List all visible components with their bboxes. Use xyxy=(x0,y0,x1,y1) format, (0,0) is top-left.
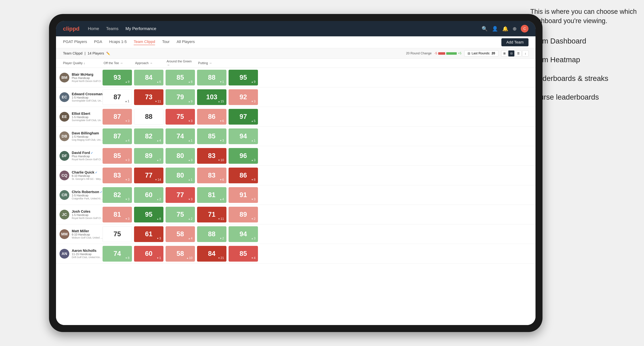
score-cell[interactable]: 74▼8 xyxy=(102,246,132,262)
verified-icon: ✓ xyxy=(91,152,93,155)
nav-link-my-performance[interactable]: My Performance xyxy=(126,26,156,31)
score-change: ▲4 xyxy=(125,139,130,142)
search-icon[interactable]: 🔍 xyxy=(482,26,488,32)
view-download-button[interactable]: ↓ xyxy=(522,50,528,57)
score-cell[interactable]: 84▲6 xyxy=(134,70,164,85)
player-details: David Ford✓Plus HandicapRoyal North Devo… xyxy=(72,151,103,161)
score-cell[interactable]: 85▼3 xyxy=(197,128,226,144)
player-info[interactable]: JCJosh Coles1-5 HandicapRoyal North Devo… xyxy=(56,209,102,219)
score-cell[interactable]: 86▼6 xyxy=(197,109,226,125)
score-cell[interactable]: 79▲9 xyxy=(166,89,195,105)
nav-link-home[interactable]: Home xyxy=(88,26,99,31)
score-cell[interactable]: 74▲1 xyxy=(166,128,195,144)
score-cell[interactable]: 73▼11 xyxy=(134,89,164,105)
player-info[interactable]: CQCharlie Quick✓6-10 HandicapSt. George'… xyxy=(56,170,102,180)
add-team-button[interactable]: Add Team xyxy=(501,38,528,46)
score-cell[interactable]: 85▼3 xyxy=(102,148,132,164)
score-cell[interactable]: 94▲3 xyxy=(228,226,258,242)
score-cell[interactable]: 81▲4 xyxy=(197,187,226,203)
sub-nav-pga[interactable]: PGA xyxy=(94,39,102,45)
score-cell[interactable]: 93▲9 xyxy=(102,70,132,85)
score-cell[interactable]: 83▼3 xyxy=(102,168,132,183)
score-change-value: 8 xyxy=(254,178,256,181)
score-cell[interactable]: 58▲10 xyxy=(166,246,195,262)
player-info[interactable]: CRChris Robertson✓1-5 HandicapCraigmilla… xyxy=(56,190,102,200)
player-info[interactable]: BMBlair McHargPlus HandicapRoyal North D… xyxy=(56,72,102,82)
bell-icon[interactable]: 🔔 xyxy=(502,26,508,32)
score-cell[interactable]: 88 xyxy=(134,109,164,125)
player-info[interactable]: DBDave Billingham1-5 HandicapGog Magog G… xyxy=(56,131,102,141)
score-cell[interactable]: 85▼4 xyxy=(228,246,258,262)
col-header-approach: Approach → xyxy=(133,61,164,65)
score-cell[interactable]: 82▼3 xyxy=(102,187,132,203)
score-value: 83 xyxy=(114,172,121,179)
score-cell[interactable]: 80▲3 xyxy=(166,148,195,164)
score-cell[interactable]: 88▼1 xyxy=(197,70,226,85)
score-cell[interactable]: 75▲2 xyxy=(166,207,195,222)
score-cell[interactable]: 71▼11 xyxy=(197,207,226,222)
score-cell[interactable]: 87▼3 xyxy=(102,109,132,125)
bar-green xyxy=(446,52,457,55)
player-club: Royal North Devon Golf Club, United King… xyxy=(72,217,103,219)
score-cell[interactable]: 80▲1 xyxy=(166,168,195,183)
score-value: 87 xyxy=(114,133,121,140)
score-cell[interactable]: 87▲1 xyxy=(102,89,132,105)
score-cell[interactable]: 87▲4 xyxy=(102,128,132,144)
sub-nav-all-players[interactable]: All Players xyxy=(176,39,195,45)
score-cell[interactable]: 89▲7 xyxy=(134,148,164,164)
score-cell[interactable]: 83▼10 xyxy=(197,148,226,164)
player-info[interactable]: EEElliot Ebert1-5 HandicapSunningdale Go… xyxy=(56,112,102,122)
score-cell[interactable]: 77▼14 xyxy=(134,168,164,183)
last-rounds-button[interactable]: ⊟ Last Rounds: 20 xyxy=(464,50,498,57)
score-cell[interactable]: 95▲9 xyxy=(228,70,258,85)
edit-icon[interactable]: ✏️ xyxy=(106,51,110,55)
annotation-item-4: Course leaderboards xyxy=(530,92,639,102)
score-cell[interactable]: 60▼1 xyxy=(134,246,164,262)
score-change-value: 4 xyxy=(254,256,256,260)
player-info[interactable]: ANAaron Nicholls11-15 HandicapDrift Golf… xyxy=(56,249,102,259)
avatar[interactable]: C xyxy=(521,25,528,32)
sub-nav-tour[interactable]: Tour xyxy=(162,39,170,45)
score-cell[interactable]: 58▲4 xyxy=(166,226,195,242)
avatar: MM xyxy=(60,229,69,239)
settings-icon[interactable]: ⊕ xyxy=(512,26,516,32)
triangle-up-icon: ▲ xyxy=(188,139,190,142)
score-cell[interactable]: 86▼8 xyxy=(228,168,258,183)
player-info[interactable]: DFDavid Ford✓Plus HandicapRoyal North De… xyxy=(56,151,102,161)
sub-nav-hcaps[interactable]: Hcaps 1-5 xyxy=(109,39,127,45)
score-cell[interactable]: 77▼3 xyxy=(166,187,195,203)
triangle-down-icon: ▼ xyxy=(220,178,222,181)
score-cell[interactable]: 82▲4 xyxy=(134,128,164,144)
score-cell[interactable]: 75▼3 xyxy=(166,109,195,125)
score-cell[interactable]: 94▲1 xyxy=(228,128,258,144)
score-cell[interactable]: 83▼6 xyxy=(197,168,226,183)
score-cell[interactable]: 75 xyxy=(102,226,132,242)
nav-link-teams[interactable]: Teams xyxy=(106,26,118,31)
player-info[interactable]: MMMatt Miller6-10 HandicapWoburn Golf Cl… xyxy=(56,229,102,239)
user-icon[interactable]: 👤 xyxy=(492,26,498,32)
score-cell[interactable]: 95▲8 xyxy=(134,207,164,222)
score-change: ▼3 xyxy=(125,197,130,201)
score-cell[interactable]: 96▲3 xyxy=(228,148,258,164)
score-change: ▲15 xyxy=(218,100,224,103)
score-cell[interactable]: 84▼21 xyxy=(197,246,226,262)
score-cell[interactable]: 97▲5 xyxy=(228,109,258,125)
sub-nav-team-clippd[interactable]: Team Clippd xyxy=(134,39,155,45)
score-cell[interactable]: 61▼3 xyxy=(134,226,164,242)
score-cell[interactable]: 85▲8 xyxy=(166,70,195,85)
player-info[interactable]: ECEdward Crossman1-5 HandicapSunningdale… xyxy=(56,92,102,102)
view-list-button[interactable]: ☰ xyxy=(515,50,522,57)
view-grid-button[interactable]: ⊞ xyxy=(501,50,508,57)
triangle-up-icon: ▲ xyxy=(125,139,128,142)
score-cell[interactable]: 88▼2 xyxy=(197,226,226,242)
player-handicap: Plus Handicap xyxy=(72,77,103,80)
view-heatmap-button[interactable]: ⊟ xyxy=(508,50,514,57)
score-cell[interactable]: 92▼3 xyxy=(228,89,258,105)
score-cell[interactable]: 89▼2 xyxy=(228,207,258,222)
score-cell[interactable]: 81▼3 xyxy=(102,207,132,222)
score-cell[interactable]: 103▲15 xyxy=(197,89,226,105)
score-cell[interactable]: 91▼3 xyxy=(228,187,258,203)
score-cell[interactable]: 60▲2 xyxy=(134,187,164,203)
sub-nav-pgat[interactable]: PGAT Players xyxy=(63,39,87,45)
annotation-item-1: Team Dashboard xyxy=(530,36,639,46)
